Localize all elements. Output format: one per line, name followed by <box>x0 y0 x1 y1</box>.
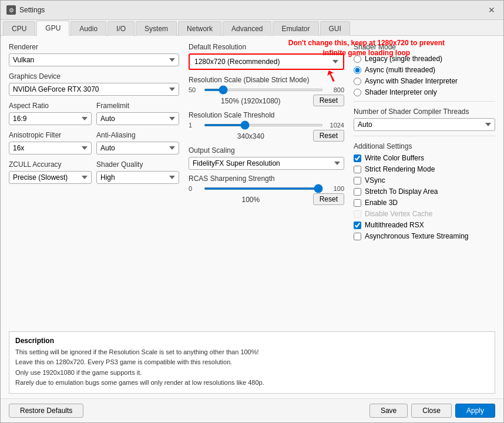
divider-1 <box>354 101 495 102</box>
check-vsync-label: VSync <box>365 176 385 184</box>
check-stretch-display[interactable]: Stretch To Display Area <box>354 187 495 196</box>
res-threshold-slider[interactable] <box>204 124 323 126</box>
tab-system[interactable]: System <box>136 21 177 36</box>
res-scale-slider[interactable] <box>204 89 323 91</box>
radio-async-interp-input[interactable] <box>354 78 361 85</box>
res-scale-reset-button[interactable]: Reset <box>313 95 344 106</box>
anisotropic-label: Anisotropic Filter <box>9 131 92 139</box>
check-multithreaded-rsx[interactable]: Multithreaded RSX <box>354 221 495 229</box>
rcas-reset-button[interactable]: Reset <box>313 193 344 205</box>
save-button[interactable]: Save <box>369 404 408 418</box>
description-title: Description <box>15 337 489 345</box>
res-threshold-min: 1 <box>189 122 200 129</box>
renderer-label: Renderer <box>9 43 179 51</box>
radio-async-label: Async (multi threaded) <box>365 66 435 74</box>
tabbar: CPU GPU Audio I/O System Network Advance… <box>1 20 503 36</box>
aspect-ratio-select[interactable]: 16:9 <box>9 112 92 125</box>
output-scaling-select[interactable]: FidelityFX Super Resolution <box>189 157 344 170</box>
rcas-display: 100% <box>189 196 313 204</box>
check-strict-rendering[interactable]: Strict Rendering Mode <box>354 165 495 173</box>
desc-line-2: Leave this on 1280x720. Every PS3 game i… <box>15 357 489 368</box>
check-async-tex-input[interactable] <box>354 233 361 240</box>
res-threshold-reset-button[interactable]: Reset <box>313 130 344 142</box>
check-write-color-input[interactable] <box>354 155 361 162</box>
check-3d-input[interactable] <box>354 199 361 207</box>
check-async-texture[interactable]: Asynchronous Texture Streaming <box>354 232 495 240</box>
tab-network[interactable]: Network <box>178 21 221 36</box>
anisotropic-group: Anisotropic Filter 16x <box>9 131 92 155</box>
rcas-slider[interactable] <box>204 187 323 190</box>
antialiasing-select[interactable]: Auto <box>96 142 179 155</box>
settings-window: ⚙ Settings ✕ CPU GPU Audio I/O System Ne… <box>0 0 504 423</box>
titlebar: ⚙ Settings ✕ <box>1 1 503 20</box>
shader-quality-select[interactable]: High <box>96 171 179 184</box>
check-stretch-input[interactable] <box>354 188 361 196</box>
radio-interp-only-input[interactable] <box>354 89 361 96</box>
mid-panel: Default Resolution 1280x720 (Recommended… <box>189 43 344 320</box>
aspect-ratio-label: Aspect Ratio <box>9 102 92 110</box>
res-threshold-display: 340x340 <box>189 132 313 140</box>
check-write-color[interactable]: Write Color Buffers <box>354 154 495 162</box>
additional-settings-group: Write Color Buffers Strict Rendering Mod… <box>354 154 495 240</box>
compiler-threads-label: Number of Shader Compiler Threads <box>354 108 495 116</box>
check-rsx-label: Multithreaded RSX <box>365 221 424 229</box>
radio-async-input[interactable] <box>354 66 361 74</box>
check-strict-rendering-label: Strict Rendering Mode <box>365 165 435 173</box>
restore-defaults-button[interactable]: Restore Defaults <box>9 404 83 418</box>
framelimit-select[interactable]: Auto <box>96 112 179 125</box>
shader-quality-group: Shader Quality High <box>96 160 179 184</box>
res-scale-slider-row: 50 800 <box>189 86 344 93</box>
tab-io[interactable]: I/O <box>107 21 135 36</box>
check-strict-rendering-input[interactable] <box>354 166 361 173</box>
radio-interpreter-only[interactable]: Shader Interpreter only <box>354 88 495 96</box>
tab-gpu[interactable]: GPU <box>36 21 69 36</box>
radio-async[interactable]: Async (multi threaded) <box>354 66 495 74</box>
res-scale-display: 150% (1920x1080) <box>189 97 313 105</box>
check-disable-vertex: Disable Vertex Cache <box>354 210 495 218</box>
warning-annotation: Don't change this, keep at 1280x720 to p… <box>288 38 445 58</box>
apply-button[interactable]: Apply <box>455 404 495 418</box>
close-button[interactable]: Close <box>411 404 452 418</box>
anisotropic-select[interactable]: 16x <box>9 142 92 155</box>
description-text: This setting will be ignored if the Reso… <box>15 347 489 388</box>
rcas-label: RCAS Sharpening Strength <box>189 174 344 183</box>
check-stretch-label: Stretch To Display Area <box>365 187 438 196</box>
check-write-color-label: Write Color Buffers <box>365 154 424 162</box>
tab-cpu[interactable]: CPU <box>3 21 35 36</box>
left-panel: Renderer Vulkan Graphics Device NVIDIA G… <box>9 43 179 320</box>
divider-2 <box>354 136 495 136</box>
desc-line-1: This setting will be ignored if the Reso… <box>15 347 489 358</box>
check-vsync-input[interactable] <box>354 177 361 184</box>
radio-async-interpreter[interactable]: Async with Shader Interpreter <box>354 77 495 85</box>
additional-settings-label: Additional Settings <box>354 142 495 150</box>
radio-async-interp-label: Async with Shader Interpreter <box>365 77 458 85</box>
tab-audio[interactable]: Audio <box>70 21 106 36</box>
main-content: Don't change this, keep at 1280x720 to p… <box>1 36 503 327</box>
graphics-device-select[interactable]: NVIDIA GeForce RTX 3070 <box>9 83 179 96</box>
antialiasing-label: Anti-Aliasing <box>96 131 179 139</box>
antialiasing-group: Anti-Aliasing Auto <box>96 131 179 155</box>
description-box: Description This setting will be ignored… <box>9 331 495 394</box>
check-vertex-label: Disable Vertex Cache <box>365 210 432 218</box>
output-scaling-label: Output Scaling <box>189 146 344 155</box>
renderer-select[interactable]: Vulkan <box>9 53 179 66</box>
graphics-device-label: Graphics Device <box>9 72 179 80</box>
window-close-button[interactable]: ✕ <box>486 4 498 16</box>
check-enable-3d[interactable]: Enable 3D <box>354 199 495 207</box>
zcull-group: ZCULL Accuracy Precise (Slowest) <box>9 160 92 184</box>
tab-gui[interactable]: GUI <box>320 21 350 36</box>
desc-line-3: Only use 1920x1080 if the game supports … <box>15 368 489 378</box>
settings-icon: ⚙ <box>6 5 16 15</box>
footer: Restore Defaults Save Close Apply <box>1 398 503 422</box>
check-async-tex-label: Asynchronous Texture Streaming <box>365 232 469 240</box>
check-rsx-input[interactable] <box>354 221 361 229</box>
compiler-threads-select[interactable]: Auto <box>354 118 495 131</box>
zcull-label: ZCULL Accuracy <box>9 160 92 169</box>
check-vsync[interactable]: VSync <box>354 176 495 184</box>
res-threshold-max: 1024 <box>327 122 344 129</box>
zcull-select[interactable]: Precise (Slowest) <box>9 171 92 184</box>
tab-emulator[interactable]: Emulator <box>273 21 318 36</box>
check-vertex-input <box>354 210 361 218</box>
tab-advanced[interactable]: Advanced <box>223 21 271 36</box>
right-panel: Shader Mode Legacy (single threaded) Asy… <box>354 43 495 320</box>
